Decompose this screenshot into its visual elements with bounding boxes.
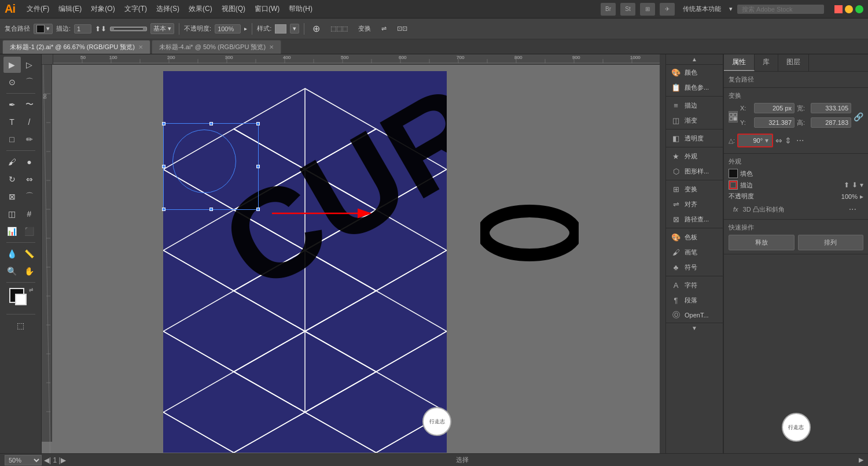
panel-appearance[interactable]: ★ 外观 xyxy=(666,149,723,164)
graph-tool[interactable]: 📊 xyxy=(3,223,21,239)
h-input[interactable] xyxy=(811,117,851,128)
scroll-down-arrow[interactable]: ▼ xyxy=(666,323,723,333)
color-swatches[interactable]: ⇌ xyxy=(9,288,32,309)
line-tool[interactable]: / xyxy=(21,114,38,130)
motion-icon[interactable]: ✈ xyxy=(660,3,675,16)
blob-brush-tool[interactable]: ● xyxy=(21,154,38,170)
panel-symbol[interactable]: ♣ 符号 xyxy=(666,260,723,275)
reflect-tool[interactable]: ⇔ xyxy=(21,171,38,187)
nav-prev-btn[interactable]: ◀ xyxy=(44,456,49,464)
y-input[interactable] xyxy=(754,117,795,128)
w-input[interactable] xyxy=(811,103,851,113)
gradient-tool[interactable]: ◫ xyxy=(3,206,21,222)
maximize-button[interactable] xyxy=(855,5,863,13)
menu-object[interactable]: 对象(O) xyxy=(86,2,119,16)
transform-btn[interactable]: 变换 xyxy=(355,23,374,34)
canvas-area[interactable]: 50 100 200 300 400 500 600 700 800 xyxy=(42,54,660,453)
eyedropper-tool[interactable]: 💧 xyxy=(3,246,21,262)
opacity-expand-btn[interactable]: ▸ xyxy=(860,193,863,201)
flip-v-btn[interactable]: ⇕ xyxy=(785,136,792,145)
transform-more-btn[interactable]: ··· xyxy=(794,135,806,146)
magic-wand-tool[interactable]: ⊙ xyxy=(3,74,21,90)
mesh-tool[interactable]: # xyxy=(21,206,38,222)
workspace-label[interactable]: 传统基本功能 xyxy=(679,5,724,13)
bridge-icon[interactable]: Br xyxy=(601,3,616,16)
stroke-style-selector[interactable] xyxy=(110,27,147,31)
angle-input[interactable] xyxy=(742,136,765,145)
tab-properties[interactable]: 属性 xyxy=(724,54,755,71)
direct-select-tool[interactable]: ▷ xyxy=(21,57,38,73)
zoom-tool[interactable]: 🔍 xyxy=(3,263,21,279)
zoom-select[interactable]: 50% 66.67% 100% xyxy=(5,455,42,465)
swap-colors-icon[interactable]: ⇌ xyxy=(29,287,34,293)
chevron-stroke-icon[interactable]: ⬆⬇ xyxy=(95,25,106,33)
selection-tool[interactable]: ▶ xyxy=(3,57,21,73)
workspace-icon[interactable]: ⊞ xyxy=(640,3,655,16)
angle-input-container[interactable]: ▾ xyxy=(737,134,773,147)
opacity-arrow-icon[interactable]: ▸ xyxy=(244,25,247,32)
tab-2[interactable]: 未标题-4.ai* @ 50% (RGB/GPU 预览) ✕ xyxy=(152,40,281,54)
pan-tool[interactable]: ✋ xyxy=(21,263,38,279)
stroke-style-dropdown[interactable]: 基本 ▾ xyxy=(150,23,174,34)
tab-layers[interactable]: 图层 xyxy=(778,54,809,71)
pen-tool[interactable]: ✒ xyxy=(3,97,21,113)
search-input[interactable] xyxy=(737,5,824,14)
panel-swatches[interactable]: 🎨 色板 xyxy=(666,230,723,245)
stock-icon[interactable]: St xyxy=(620,3,635,16)
style-swatch[interactable] xyxy=(275,24,286,34)
menu-view[interactable]: 视图(Q) xyxy=(217,2,250,16)
angle-dropdown-btn[interactable]: ▾ xyxy=(765,136,768,145)
fx-more-btn[interactable]: ··· xyxy=(847,204,859,214)
menu-file[interactable]: 文件(F) xyxy=(22,2,54,16)
release-btn[interactable]: 释放 xyxy=(729,235,795,250)
align-btn[interactable]: ⇌ xyxy=(378,24,390,34)
panel-shape[interactable]: ⬡ 图形样... xyxy=(666,164,723,179)
panel-gradient[interactable]: ◫ 渐变 xyxy=(666,113,723,128)
menu-effect[interactable]: 效果(C) xyxy=(184,2,217,16)
link-proportions-btn[interactable]: 🔗 xyxy=(854,112,863,121)
select-all-btn[interactable]: ⬚⬚⬚ xyxy=(327,24,351,34)
panel-brush[interactable]: 🖌 画笔 xyxy=(666,245,723,260)
panel-openfont[interactable]: Ⓞ OpenT... xyxy=(666,308,723,323)
panel-char[interactable]: A 字符 xyxy=(666,278,723,293)
style-dropdown[interactable]: ▾ xyxy=(290,24,299,34)
minimize-button[interactable] xyxy=(845,5,853,13)
chevron-down-icon[interactable]: ▾ xyxy=(729,5,733,13)
global-edit-btn[interactable]: ⊕ xyxy=(309,22,323,35)
panel-align[interactable]: ⇌ 对齐 xyxy=(666,197,723,212)
close-button[interactable] xyxy=(834,5,843,13)
stroke-more-btn[interactable]: ▾ xyxy=(860,181,863,189)
symbol-tool[interactable]: ⬛ xyxy=(21,223,38,239)
arrange-btn[interactable]: 排列 xyxy=(798,235,864,250)
pathfinder-btn[interactable]: ⊡⊡ xyxy=(393,24,411,34)
panel-pathfinder[interactable]: ⊠ 路径查... xyxy=(666,212,723,227)
pencil-tool[interactable]: ✏ xyxy=(21,131,38,147)
scale-tool[interactable]: ⊠ xyxy=(3,188,21,205)
paintbrush-tool[interactable]: 🖌 xyxy=(3,154,21,170)
panel-color[interactable]: 🎨 颜色 xyxy=(666,65,723,80)
stroke-spinner-down[interactable]: ⬇ xyxy=(852,181,858,189)
menu-window[interactable]: 窗口(W) xyxy=(250,2,284,16)
tab-2-close[interactable]: ✕ xyxy=(269,44,274,50)
fill-color-dropdown[interactable]: ▾ xyxy=(34,24,53,34)
oval-shape[interactable] xyxy=(480,204,579,264)
panel-para[interactable]: ¶ 段落 xyxy=(666,293,723,308)
curvature-tool[interactable]: 〜 xyxy=(21,97,38,113)
type-tool[interactable]: T xyxy=(3,114,21,130)
opacity-input[interactable] xyxy=(215,24,241,34)
panel-stroke[interactable]: ≡ 描边 xyxy=(666,98,723,113)
artboard-tool[interactable]: ⬚ xyxy=(12,317,30,334)
menu-edit[interactable]: 编辑(E) xyxy=(54,2,86,16)
warp-tool[interactable]: ⌒ xyxy=(21,188,38,205)
tab-1[interactable]: 未标题-1 (2).ai* @ 66.67% (RGB/GPU 预览) ✕ xyxy=(2,40,150,54)
stroke-spinner-up[interactable]: ⬆ xyxy=(844,181,849,189)
rect-tool[interactable]: □ xyxy=(3,131,21,147)
tab-library[interactable]: 库 xyxy=(755,54,778,71)
scroll-up-arrow[interactable]: ▲ xyxy=(666,54,723,65)
fill-swatch[interactable] xyxy=(729,169,738,178)
panel-transparency[interactable]: ◧ 透明度 xyxy=(666,131,723,146)
tab-1-close[interactable]: ✕ xyxy=(138,44,143,50)
panel-transform[interactable]: ⊞ 变换 xyxy=(666,182,723,197)
rotate-tool[interactable]: ↻ xyxy=(3,171,21,187)
nav-next-btn[interactable]: ▶ xyxy=(61,456,66,464)
